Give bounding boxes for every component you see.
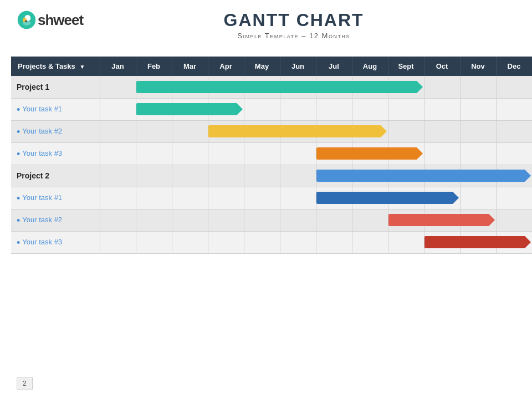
month-cell [496,209,532,231]
month-cell [100,209,136,231]
th-nov: Nov [460,57,496,76]
month-cell [136,76,172,98]
month-cell [388,98,424,120]
month-cell [388,231,424,253]
gantt-bar [136,103,237,115]
bar-fill [424,236,525,248]
gantt-bar [316,147,417,160]
header: shweet Gantt Chart Simple Template – 12 … [0,0,532,45]
bar-arrow-icon [453,192,459,204]
month-cell [136,209,172,231]
page-number: 2 [17,377,33,390]
th-dec: Dec [496,57,532,76]
month-cell [208,142,244,165]
bar-arrow-icon [417,81,423,93]
bar-fill [316,192,453,204]
gantt-wrapper: Projects & Tasks ▼ Jan Feb Mar Apr May J… [0,45,532,254]
month-cell [172,142,208,165]
month-cell [136,98,172,120]
table-row: Project 1 [11,76,532,98]
th-projects: Projects & Tasks ▼ [11,57,100,76]
gantt-table: Projects & Tasks ▼ Jan Feb Mar Apr May J… [11,57,532,254]
month-cell [208,209,244,231]
month-cell [100,120,136,142]
month-cell [424,98,460,120]
bar-fill [316,147,417,160]
th-mar: Mar [172,57,208,76]
month-cell [280,98,316,120]
month-cell [460,187,496,209]
th-apr: Apr [208,57,244,76]
month-cell [388,120,424,142]
month-cell [100,165,136,187]
sort-arrow-icon[interactable]: ▼ [79,64,85,70]
bar-arrow-icon [489,214,495,226]
project-label-cell: Project 2 [11,165,100,187]
month-cell [316,165,352,187]
table-row: •Your task #3 [11,142,532,165]
month-cell [100,142,136,165]
month-cell [352,231,388,253]
month-cell [316,187,352,209]
bar-arrow-icon [525,170,531,182]
bar-arrow-icon [417,147,423,160]
month-cell [388,209,424,231]
month-cell [208,165,244,187]
month-cell [244,98,280,120]
month-cell [100,187,136,209]
gantt-bar [136,81,417,93]
logo-text: shweet [38,12,83,29]
bar-fill [136,81,417,93]
month-cell [352,98,388,120]
month-cell [172,165,208,187]
task-label-cell: •Your task #1 [11,187,100,209]
month-cell [424,142,460,165]
month-cell [244,165,280,187]
month-cell [280,187,316,209]
gantt-bar [208,125,381,137]
month-cell [136,231,172,253]
bar-arrow-icon [237,103,243,115]
month-cell [316,231,352,253]
gantt-bar [316,192,453,204]
header-row: Projects & Tasks ▼ Jan Feb Mar Apr May J… [11,57,532,76]
chart-subtitle: Simple Template – 12 Months [83,32,504,40]
logo-icon [17,10,37,30]
month-cell [136,165,172,187]
month-cell [496,98,532,120]
bullet-icon: • [17,104,20,115]
month-cell [100,98,136,120]
month-cell [100,76,136,98]
month-cell [316,209,352,231]
month-cell [460,76,496,98]
th-oct: Oct [424,57,460,76]
table-row: •Your task #2 [11,120,532,142]
th-aug: Aug [352,57,388,76]
month-cell [316,98,352,120]
task-label-cell: •Your task #2 [11,209,100,231]
gantt-bar [316,170,525,182]
month-cell [460,98,496,120]
month-cell [424,76,460,98]
month-cell [172,187,208,209]
bullet-icon: • [17,215,20,226]
th-projects-label: Projects & Tasks [18,62,75,70]
month-cell [244,142,280,165]
month-cell [100,231,136,253]
month-cell [244,231,280,253]
task-label-cell: •Your task #1 [11,98,100,120]
month-cell [424,231,460,253]
bar-fill [136,103,237,115]
month-cell [280,165,316,187]
bullet-icon: • [17,149,20,160]
month-cell [316,142,352,165]
bar-arrow-icon [525,236,531,248]
month-cell [208,231,244,253]
month-cell [496,142,532,165]
gantt-bar [424,236,525,248]
bullet-icon: • [17,193,20,204]
month-cell [244,209,280,231]
th-jan: Jan [100,57,136,76]
th-may: May [244,57,280,76]
table-row: Project 2 [11,165,532,187]
